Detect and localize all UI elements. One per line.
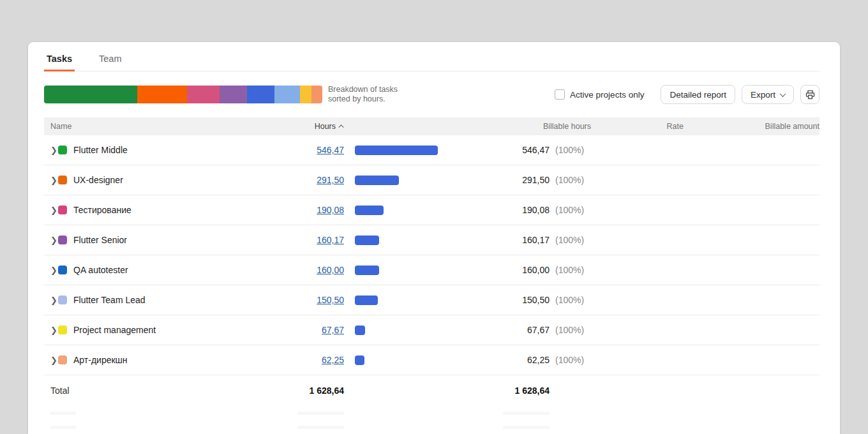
page-background: Tasks Team Breakdown of tasks sorted by …: [0, 0, 868, 434]
bar-segment: [220, 86, 247, 103]
table-row[interactable]: ❯ Project management 67,67 67,67 (100%): [44, 315, 819, 345]
task-name: Flutter Team Lead: [73, 295, 146, 305]
hours-link[interactable]: 150,50: [291, 295, 344, 305]
billable-percent: (100%): [550, 325, 591, 335]
expand-chevron-icon[interactable]: ❯: [44, 176, 58, 185]
bar-segment: [187, 86, 220, 103]
hours-link[interactable]: 291,50: [291, 175, 344, 185]
tasks-table: Name Hours Billable hours Rate Billable …: [44, 117, 819, 434]
total-billable-hours: 1 628,64: [515, 385, 550, 396]
breakdown-caption: Breakdown of tasks sorted by hours.: [328, 85, 408, 104]
bar-segment: [300, 86, 311, 103]
billable-percent: (100%): [550, 235, 591, 245]
active-projects-label: Active projects only: [570, 90, 644, 100]
expand-chevron-icon[interactable]: ❯: [44, 146, 58, 155]
print-button[interactable]: [800, 85, 819, 104]
header-rate[interactable]: Rate: [591, 122, 684, 131]
toolbar: Breakdown of tasks sorted by hours. Acti…: [44, 85, 819, 104]
hours-link[interactable]: 160,00: [291, 265, 344, 275]
task-color-chip: [58, 326, 67, 334]
chevron-down-icon: [780, 91, 786, 97]
bar-segment: [311, 86, 322, 103]
expand-chevron-icon[interactable]: ❯: [44, 355, 58, 365]
task-color-chip: [58, 176, 67, 184]
table-row[interactable]: ❯ Flutter Middle 546,47 546,47 (100%): [44, 135, 819, 165]
hours-bar: [355, 326, 365, 335]
billable-hours-value: 160,17: [522, 235, 550, 245]
task-color-chip: [58, 206, 67, 214]
tab-team[interactable]: Team: [96, 50, 124, 71]
billable-percent: (100%): [550, 205, 591, 215]
task-breakdown-bar: [44, 86, 322, 103]
task-name: Flutter Senior: [73, 235, 127, 245]
hours-link[interactable]: 67,67: [291, 325, 344, 335]
export-button[interactable]: Export: [742, 85, 794, 104]
billable-hours-value: 62,25: [527, 355, 550, 365]
expand-chevron-icon[interactable]: ❯: [44, 326, 58, 335]
billable-hours-value: 190,08: [522, 205, 550, 215]
hours-link[interactable]: 190,08: [291, 205, 344, 215]
expand-chevron-icon[interactable]: ❯: [44, 296, 58, 305]
header-hours-label: Hours: [315, 122, 336, 131]
billable-percent: (100%): [550, 175, 591, 185]
task-name: Flutter Middle: [73, 145, 128, 155]
table-row[interactable]: ❯ Flutter Team Lead 150,50 150,50 (100%): [44, 285, 819, 315]
task-name: Тестирование: [73, 205, 131, 215]
billable-hours-value: 160,00: [522, 265, 550, 275]
hours-link[interactable]: 160,17: [291, 235, 344, 245]
header-billable-amount[interactable]: Billable amount: [684, 122, 819, 131]
detailed-report-label: Detailed report: [670, 90, 726, 100]
task-name: Project management: [73, 325, 156, 335]
billable-hours-value: 67,67: [527, 325, 550, 335]
hours-link[interactable]: 62,25: [291, 355, 344, 365]
hours-bar: [355, 236, 379, 245]
hours-bar: [355, 355, 364, 365]
table-body: ❯ Flutter Middle 546,47 546,47 (100%) ❯ …: [44, 135, 819, 375]
active-projects-toggle[interactable]: Active projects only: [555, 89, 644, 100]
table-header-row: Name Hours Billable hours Rate Billable …: [44, 117, 819, 135]
hours-bar: [355, 296, 378, 305]
active-projects-checkbox[interactable]: [555, 89, 565, 100]
report-card: Tasks Team Breakdown of tasks sorted by …: [28, 42, 840, 434]
header-hours[interactable]: Hours: [291, 122, 447, 131]
bar-segment: [44, 86, 137, 103]
bar-segment: [137, 86, 187, 103]
hours-bar: [355, 206, 384, 215]
header-billable-hours[interactable]: Billable hours: [447, 122, 591, 131]
task-color-chip: [58, 146, 67, 154]
total-label: Total: [44, 385, 291, 396]
expand-chevron-icon[interactable]: ❯: [44, 236, 58, 245]
task-color-chip: [58, 266, 67, 274]
ghost-row: [44, 420, 819, 434]
table-row[interactable]: ❯ Тестирование 190,08 190,08 (100%): [44, 195, 819, 225]
expand-chevron-icon[interactable]: ❯: [44, 206, 58, 215]
hours-bar: [355, 266, 379, 275]
tab-tasks[interactable]: Tasks: [44, 50, 75, 71]
table-row[interactable]: ❯ QA autotester 160,00 160,00 (100%): [44, 255, 819, 285]
billable-hours-value: 291,50: [522, 175, 550, 185]
table-row[interactable]: ❯ Арт-дирекшн 62,25 62,25 (100%): [44, 345, 819, 375]
billable-percent: (100%): [550, 265, 591, 275]
billable-percent: (100%): [550, 145, 591, 155]
hours-bar: [355, 146, 438, 155]
expand-chevron-icon[interactable]: ❯: [44, 266, 58, 275]
task-name: UX-designer: [73, 175, 123, 185]
billable-hours-value: 546,47: [522, 145, 550, 155]
task-color-chip: [58, 296, 67, 304]
sort-asc-icon: [338, 124, 343, 130]
task-name: QA autotester: [73, 265, 128, 275]
export-label: Export: [751, 90, 775, 100]
hours-link[interactable]: 546,47: [291, 145, 344, 155]
task-name: Арт-дирекшн: [73, 355, 128, 365]
bar-segment: [247, 86, 274, 103]
total-hours: 1 628,64: [291, 385, 344, 396]
hours-bar: [355, 176, 399, 185]
task-color-chip: [58, 355, 67, 364]
bar-segment: [274, 86, 300, 103]
printer-icon: [805, 89, 816, 100]
table-row[interactable]: ❯ Flutter Senior 160,17 160,17 (100%): [44, 225, 819, 255]
ghost-row: [44, 406, 819, 420]
table-row[interactable]: ❯ UX-designer 291,50 291,50 (100%): [44, 165, 819, 195]
detailed-report-button[interactable]: Detailed report: [661, 85, 735, 104]
header-name[interactable]: Name: [44, 122, 291, 131]
